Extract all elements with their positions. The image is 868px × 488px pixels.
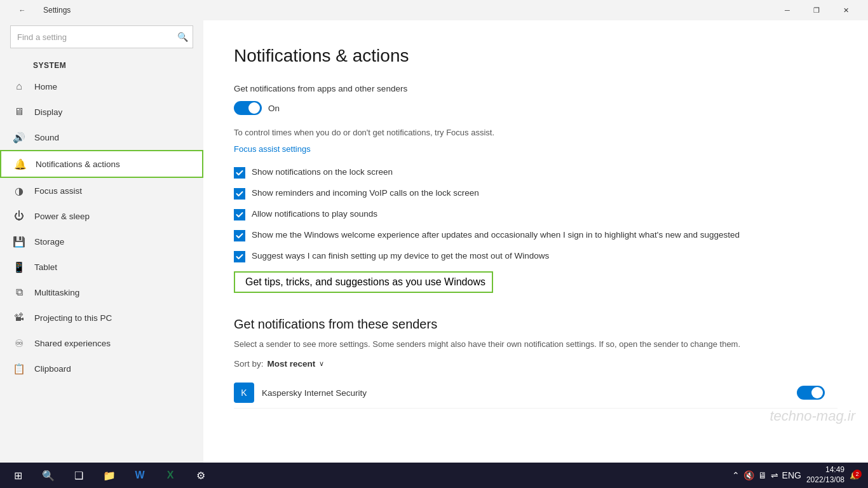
multitasking-label: Multitasking xyxy=(34,288,79,297)
checkbox-label-sounds: Allow notifications to play sounds xyxy=(252,208,377,220)
back-button[interactable]: ← xyxy=(8,0,37,20)
notifications-label: Notifications & actions xyxy=(36,159,120,169)
sidebar-item-display[interactable]: 🖥 Display xyxy=(0,99,203,125)
power-label: Power & sleep xyxy=(34,212,90,221)
checkbox-item-setup: Suggest ways I can finish setting up my … xyxy=(234,250,837,262)
checkbox-list: Show notifications on the lock screen Sh… xyxy=(234,166,837,262)
storage-icon: 💾 xyxy=(13,235,25,248)
checkbox-setup[interactable] xyxy=(234,251,245,262)
kaspersky-app-name: Kaspersky Internet Security xyxy=(262,388,367,398)
display-icon: 🖥 xyxy=(13,105,25,118)
sidebar-item-projecting[interactable]: 📽 Projecting to this PC xyxy=(0,305,203,330)
page-title: Notifications & actions xyxy=(234,46,837,66)
checkbox-label-setup: Suggest ways I can finish setting up my … xyxy=(252,250,549,262)
clipboard-label: Clipboard xyxy=(34,364,71,374)
titlebar-left: ← Settings xyxy=(8,0,71,20)
sidebar-item-shared[interactable]: ♾ Shared experiences xyxy=(0,330,203,356)
toggle-on-label: On xyxy=(268,104,280,113)
sort-by-label: Sort by: xyxy=(234,359,264,369)
taskbar-settings-button[interactable]: ⚙ xyxy=(187,463,215,488)
sort-row: Sort by: Most recent ∨ xyxy=(234,359,837,369)
taskbar-word-button[interactable]: W xyxy=(126,463,154,488)
focus-assist-link[interactable]: Focus assist settings xyxy=(234,144,311,154)
nav-list: ⌂ Home 🖥 Display 🔊 Sound 🔔 Notifications… xyxy=(0,74,203,381)
checkbox-label-lock_screen: Show notifications on the lock screen xyxy=(252,166,393,179)
taskbar-system-icons: ⌃ 🔇 🖥 ⇌ ENG xyxy=(732,470,801,480)
checkbox-lock_screen[interactable] xyxy=(234,167,245,179)
notifications-icon: 🔔 xyxy=(14,158,27,170)
taskbar-file-button[interactable]: 📁 xyxy=(95,463,123,488)
taskbar: ⊞ 🔍 ❑ 📁 W X ⚙ ⌃ 🔇 🖥 ⇌ ENG 14:49 2022/13/… xyxy=(0,463,868,488)
senders-heading: Get notifications from these senders xyxy=(234,317,837,332)
checkbox-label-voip: Show reminders and incoming VoIP calls o… xyxy=(252,187,479,200)
kaspersky-toggle[interactable] xyxy=(797,386,825,400)
shared-label: Shared experiences xyxy=(34,339,111,348)
checkbox-welcome[interactable] xyxy=(234,230,245,241)
search-input[interactable] xyxy=(10,25,193,48)
sidebar-item-storage[interactable]: 💾 Storage xyxy=(0,229,203,254)
titlebar: ← Settings ─ ❐ ✕ xyxy=(0,0,868,20)
taskbar-datetime[interactable]: 14:49 2022/13/08 xyxy=(806,465,844,485)
sidebar-item-sound[interactable]: 🔊 Sound xyxy=(0,125,203,150)
shared-icon: ♾ xyxy=(13,337,25,349)
senders-desc: Select a sender to see more settings. So… xyxy=(234,338,837,351)
checkbox-sounds[interactable] xyxy=(234,209,245,220)
clipboard-icon: 📋 xyxy=(13,362,25,375)
app-title: Settings xyxy=(43,6,71,15)
sidebar-item-tablet[interactable]: 📱 Tablet xyxy=(0,254,203,280)
taskbar-task-view-icon[interactable]: ❑ xyxy=(65,463,93,488)
tips-checkbox-label: Get tips, tricks, and suggestions as you… xyxy=(245,276,485,288)
taskbar-lang-label[interactable]: ENG xyxy=(782,470,801,480)
search-box[interactable]: 🔍 xyxy=(10,25,193,48)
maximize-button[interactable]: ❐ xyxy=(802,0,831,20)
titlebar-controls: ─ ❐ ✕ xyxy=(773,0,860,20)
watermark: techno-mag.ir xyxy=(770,408,855,424)
focus-label: Focus assist xyxy=(34,186,82,196)
notifications-toggle-row: On xyxy=(234,101,837,115)
unchecked-tips-row: Get tips, tricks, and suggestions as you… xyxy=(234,271,493,293)
multitasking-icon: ⧉ xyxy=(13,286,25,299)
checkbox-label-welcome: Show me the Windows welcome experience a… xyxy=(252,229,740,241)
home-icon: ⌂ xyxy=(13,80,25,93)
taskbar-connect-icon[interactable]: ⇌ xyxy=(771,470,778,480)
minimize-button[interactable]: ─ xyxy=(773,0,802,20)
system-label: System xyxy=(0,58,203,74)
content-area: Notifications & actions Get notification… xyxy=(203,20,868,463)
notification-count: 2 xyxy=(853,470,862,478)
focus-icon: ◑ xyxy=(13,184,25,197)
sort-chevron-icon[interactable]: ∨ xyxy=(319,360,324,368)
main-layout: 🔍 System ⌂ Home 🖥 Display 🔊 Sound 🔔 Noti… xyxy=(0,20,868,463)
sidebar-item-power[interactable]: ⏻ Power & sleep xyxy=(0,203,203,229)
start-button[interactable]: ⊞ xyxy=(4,463,32,488)
focus-assist-hint: To control times when you do or don't ge… xyxy=(234,126,837,139)
taskbar-volume-icon[interactable]: 🔇 xyxy=(743,470,754,480)
sidebar-item-multitasking[interactable]: ⧉ Multitasking xyxy=(0,280,203,305)
taskbar-network-icon[interactable]: 🖥 xyxy=(758,470,767,480)
taskbar-chevron-icon[interactable]: ⌃ xyxy=(732,470,740,480)
taskbar-right: ⌃ 🔇 🖥 ⇌ ENG 14:49 2022/13/08 🔔 2 xyxy=(732,465,864,485)
close-button[interactable]: ✕ xyxy=(831,0,860,20)
sort-value[interactable]: Most recent xyxy=(268,359,316,369)
search-icon: 🔍 xyxy=(177,32,188,42)
sidebar-item-notifications[interactable]: 🔔 Notifications & actions xyxy=(0,150,203,178)
sidebar-item-clipboard[interactable]: 📋 Clipboard xyxy=(0,356,203,381)
taskbar-left: ⊞ 🔍 ❑ 📁 W X ⚙ xyxy=(4,463,215,488)
notifications-toggle[interactable] xyxy=(234,101,262,115)
power-icon: ⏻ xyxy=(13,210,25,222)
projecting-icon: 📽 xyxy=(13,311,25,324)
checkbox-item-lock_screen: Show notifications on the lock screen xyxy=(234,166,837,179)
sidebar-item-focus[interactable]: ◑ Focus assist xyxy=(0,178,203,203)
home-label: Home xyxy=(34,82,57,92)
taskbar-search-icon[interactable]: 🔍 xyxy=(34,463,62,488)
taskbar-notification-badge[interactable]: 🔔 2 xyxy=(850,471,859,480)
tablet-icon: 📱 xyxy=(13,261,25,273)
tablet-label: Tablet xyxy=(34,262,57,272)
checkbox-item-voip: Show reminders and incoming VoIP calls o… xyxy=(234,187,837,200)
checkbox-voip[interactable] xyxy=(234,188,245,200)
app-row-kaspersky[interactable]: K Kaspersky Internet Security xyxy=(234,377,837,409)
storage-label: Storage xyxy=(34,237,64,247)
taskbar-excel-button[interactable]: X xyxy=(156,463,184,488)
sidebar-item-home[interactable]: ⌂ Home xyxy=(0,74,203,99)
checkbox-item-sounds: Allow notifications to play sounds xyxy=(234,208,837,220)
taskbar-date-display: 2022/13/08 xyxy=(806,475,844,485)
